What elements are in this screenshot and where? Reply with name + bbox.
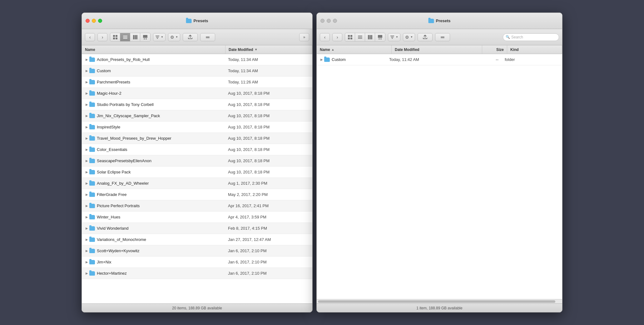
name-column-header-right[interactable]: Name ▲ <box>317 45 392 54</box>
scroll-thumb[interactable] <box>318 300 555 303</box>
table-row[interactable]: ▶ InspiredStyle Aug 10, 2017, 8:18 PM <box>82 122 312 133</box>
minimize-button[interactable] <box>92 19 96 23</box>
table-row[interactable]: ▶ Custom Today, 11:34 AM <box>82 65 312 77</box>
toolbar-left: ‹ › ▼ <box>82 29 312 45</box>
table-row[interactable]: ▶ Vivid Wonderland Feb 8, 2017, 4:15 PM <box>82 223 312 234</box>
table-row[interactable]: ▶ Jim+Nix Jan 6, 2017, 2:10 PM <box>82 257 312 268</box>
svg-rect-9 <box>136 35 137 39</box>
table-row[interactable]: ▶ Picture Perfect Portraits Apr 16, 2017… <box>82 200 312 212</box>
date-column-header-right[interactable]: Date Modified <box>392 45 482 54</box>
size-column-header[interactable]: Size <box>482 45 507 54</box>
disclosure-triangle[interactable]: ▶ <box>84 237 89 242</box>
folder-icon-file <box>89 58 95 62</box>
icon-view-button[interactable] <box>110 33 120 41</box>
disclosure-triangle[interactable]: ▶ <box>84 136 89 141</box>
svg-rect-7 <box>133 35 134 39</box>
back-button[interactable]: ‹ <box>85 33 95 41</box>
search-box[interactable]: 🔍 Search <box>503 33 559 41</box>
file-name: Hector+Martinez <box>97 271 225 276</box>
table-row[interactable]: ▶ Analog_FX_by_AD_Wheeler Aug 1, 2017, 2… <box>82 178 312 189</box>
disclosure-triangle[interactable]: ▶ <box>84 170 89 175</box>
file-name: Variations_of_Monochrome <box>97 237 225 242</box>
maximize-button[interactable] <box>98 19 102 23</box>
gear-button-right[interactable]: ⚙ ▼ <box>403 33 415 41</box>
list-view-button[interactable] <box>120 33 130 41</box>
table-row[interactable]: ▶ ParchmentPresets Today, 11:26 AM <box>82 77 312 88</box>
gallery-view-button[interactable] <box>140 33 150 41</box>
traffic-lights <box>86 19 102 23</box>
table-row[interactable]: ▶ Scott+Wyden+Kyvowitz Jan 6, 2017, 2:10… <box>82 245 312 257</box>
search-placeholder: Search <box>511 35 523 39</box>
window-title-text-right: Presets <box>436 18 451 23</box>
title-folder-icon-right <box>429 19 434 23</box>
file-name: Analog_FX_by_AD_Wheeler <box>97 181 225 186</box>
table-row[interactable]: ▶ Studio Portraits by Tony Corbell Aug 1… <box>82 99 312 110</box>
horizontal-scrollbar[interactable] <box>317 299 562 303</box>
disclosure-triangle[interactable]: ▶ <box>84 80 89 85</box>
svg-rect-34 <box>441 37 444 37</box>
table-row[interactable]: ▶ Winter_Hues Apr 4, 2017, 3:59 PM <box>82 212 312 223</box>
table-row[interactable]: ▶ SeascapePresetsbyEllenAnon Aug 10, 201… <box>82 155 312 167</box>
table-row[interactable]: ▶ Variations_of_Monochrome Jan 27, 2017,… <box>82 234 312 245</box>
share-button-right[interactable] <box>418 33 433 41</box>
file-name: Vivid Wonderland <box>97 226 225 231</box>
disclosure-triangle[interactable]: ▶ <box>84 91 89 96</box>
close-button-right[interactable] <box>320 19 324 23</box>
disclosure-triangle[interactable]: ▶ <box>84 271 89 276</box>
disclosure-triangle[interactable]: ▶ <box>84 113 89 118</box>
more-button[interactable]: » <box>299 33 309 41</box>
table-row[interactable]: ▶ Action_Presets_by_Rob_Hull Today, 11:3… <box>82 54 312 65</box>
kind-column-header[interactable]: Kind <box>507 45 562 54</box>
gallery-view-button-right[interactable] <box>375 33 385 41</box>
arrange-button-right[interactable]: ▼ <box>388 33 400 41</box>
table-row[interactable]: ▶ Solar Eclipse Pack Aug 10, 2017, 8:18 … <box>82 167 312 178</box>
disclosure-triangle[interactable]: ▶ <box>84 102 89 107</box>
file-date: Aug 10, 2017, 8:18 PM <box>225 91 312 96</box>
disclosure-triangle[interactable]: ▶ <box>84 215 89 220</box>
arrange-button[interactable]: ▼ <box>153 33 166 41</box>
date-column-header[interactable]: Date Modified ▼ <box>225 45 312 54</box>
disclosure-triangle[interactable]: ▶ <box>84 192 89 197</box>
column-view-button-right[interactable] <box>365 33 375 41</box>
disclosure-triangle[interactable]: ▶ <box>84 181 89 186</box>
disclosure-triangle[interactable]: ▶ <box>84 147 89 152</box>
disclosure-triangle[interactable]: ▶ <box>84 68 89 73</box>
disclosure-triangle[interactable]: ▶ <box>84 260 89 265</box>
file-name: Studio Portraits by Tony Corbell <box>97 102 225 107</box>
tag-button-right[interactable] <box>435 33 450 41</box>
maximize-button-right[interactable] <box>333 19 337 23</box>
disclosure-triangle[interactable]: ▶ <box>84 125 89 130</box>
icon-view-button-right[interactable] <box>345 33 355 41</box>
disclosure-triangle[interactable]: ▶ <box>84 57 89 62</box>
list-view-button-right[interactable] <box>355 33 365 41</box>
table-row[interactable]: ▶ Magic-Hour-2 Aug 10, 2017, 8:18 PM <box>82 88 312 99</box>
back-button-right[interactable]: ‹ <box>320 33 330 41</box>
share-button[interactable] <box>183 33 198 41</box>
table-row[interactable]: ▶ Color_Essentials Aug 10, 2017, 8:18 PM <box>82 144 312 155</box>
sort-arrow: ▼ <box>255 48 258 51</box>
table-row[interactable]: ▶ Custom Today, 11:42 AM -- folder <box>317 54 562 65</box>
file-list-right[interactable]: ▶ Custom Today, 11:42 AM -- folder <box>317 54 562 299</box>
disclosure-triangle[interactable]: ▶ <box>84 158 89 163</box>
disclosure-triangle[interactable]: ▶ <box>319 57 324 62</box>
table-row[interactable]: ▶ Jim_Nix_Cityscape_Sampler_Pack Aug 10,… <box>82 110 312 122</box>
column-view-button[interactable] <box>130 33 140 41</box>
gear-button[interactable]: ⚙ ▼ <box>168 33 180 41</box>
disclosure-triangle[interactable]: ▶ <box>84 226 89 231</box>
disclosure-triangle[interactable]: ▶ <box>84 248 89 253</box>
close-button[interactable] <box>86 19 90 23</box>
gear-icon: ⚙ <box>170 35 174 40</box>
minimize-button-right[interactable] <box>327 19 331 23</box>
forward-button[interactable]: › <box>97 33 107 41</box>
table-row[interactable]: ▶ Travel_Mood_Presees_by_Drew_Hopper Aug… <box>82 133 312 144</box>
table-row[interactable]: ▶ FilterGrade Free May 2, 2017, 2:20 PM <box>82 189 312 200</box>
svg-rect-35 <box>441 38 444 38</box>
file-list-left[interactable]: ▶ Action_Presets_by_Rob_Hull Today, 11:3… <box>82 54 312 303</box>
disclosure-triangle[interactable]: ▶ <box>84 203 89 208</box>
svg-rect-28 <box>378 35 382 38</box>
forward-button-right[interactable]: › <box>332 33 342 41</box>
table-row[interactable]: ▶ Hector+Martinez Jan 6, 2017, 2:10 PM <box>82 268 312 279</box>
tag-button[interactable] <box>200 33 215 41</box>
file-date: Jan 6, 2017, 2:10 PM <box>225 260 312 264</box>
name-column-header[interactable]: Name <box>82 45 225 54</box>
